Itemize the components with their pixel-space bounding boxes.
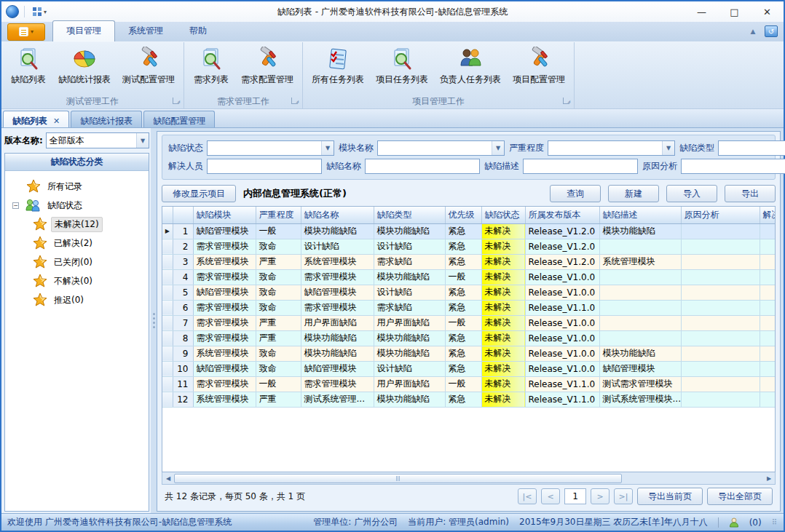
cell-type: 模块功能缺陷 bbox=[374, 223, 445, 239]
row-selector[interactable] bbox=[162, 300, 173, 315]
online-users-icon[interactable] bbox=[729, 517, 739, 528]
first-page-button[interactable]: |< bbox=[518, 488, 537, 504]
application-menu-button[interactable]: ▾ bbox=[7, 23, 45, 41]
chevron-down-icon[interactable]: ▼ bbox=[321, 141, 334, 155]
table-row[interactable]: 2需求管理模块致命设计缺陷设计缺陷紧急未解决Release_V1.2.0 bbox=[162, 239, 776, 254]
test-config-button[interactable]: 测试配置管理 bbox=[117, 44, 181, 95]
query-button[interactable]: 查询 bbox=[550, 185, 601, 202]
next-page-button[interactable]: > bbox=[591, 488, 610, 504]
ribbon-tab-project[interactable]: 项目管理 bbox=[52, 20, 115, 41]
import-button[interactable]: 导入 bbox=[666, 185, 717, 202]
scrollbar-thumb[interactable] bbox=[174, 474, 622, 483]
defect-type-select[interactable]: ▼ bbox=[718, 140, 785, 156]
export-button[interactable]: 导出 bbox=[725, 185, 776, 202]
version-select[interactable]: 全部版本 ▼ bbox=[46, 132, 149, 148]
col-defect-type[interactable]: 缺陷类型 bbox=[374, 207, 445, 223]
requirement-config-button[interactable]: 需求配置管理 bbox=[235, 44, 299, 95]
collapse-node-icon[interactable]: − bbox=[12, 202, 19, 209]
scroll-right-icon[interactable]: ▶ bbox=[763, 473, 775, 484]
tree-item-postponed[interactable]: 推迟(0) bbox=[12, 290, 146, 309]
table-row[interactable]: 7需求管理模块严重用户界面缺陷用户界面缺陷一般未解决Release_V1.0.0 bbox=[162, 315, 776, 330]
col-cause[interactable]: 原因分析 bbox=[681, 207, 760, 223]
project-config-button[interactable]: 项目配置管理 bbox=[507, 44, 571, 95]
horizontal-scrollbar[interactable]: ◀ ▶ bbox=[162, 472, 776, 485]
col-release[interactable]: 所属发布版本 bbox=[525, 207, 599, 223]
defect-list-button[interactable]: 缺陷列表 bbox=[4, 44, 52, 95]
row-selector[interactable] bbox=[162, 346, 173, 361]
page-number-input[interactable] bbox=[564, 488, 586, 504]
col-defect-desc[interactable]: 缺陷描述 bbox=[599, 207, 681, 223]
ribbon-tab-help[interactable]: 帮助 bbox=[176, 21, 220, 41]
cause-analysis-input[interactable] bbox=[681, 159, 785, 174]
resolver-input[interactable] bbox=[207, 159, 322, 174]
tree-item-unresolved[interactable]: 未解决(12) bbox=[12, 215, 146, 234]
chevron-down-icon[interactable]: ▼ bbox=[662, 141, 674, 155]
defect-status-select[interactable]: ▼ bbox=[207, 140, 334, 156]
tree-item-closed[interactable]: 已关闭(0) bbox=[12, 253, 146, 271]
table-row[interactable]: 10缺陷管理模块致命缺陷管理模块设计缺陷紧急未解决Release_V1.0.0缺… bbox=[162, 361, 776, 376]
defect-report-button[interactable]: 缺陷统计报表 bbox=[52, 44, 117, 95]
col-defect-name[interactable]: 缺陷名称 bbox=[301, 207, 374, 223]
ribbon-tab-system[interactable]: 系统管理 bbox=[115, 21, 176, 41]
requirement-list-button[interactable]: 需求列表 bbox=[187, 44, 235, 95]
table-row[interactable]: 8需求管理模块严重模块功能缺陷模块功能缺陷紧急未解决Release_V1.0.0 bbox=[162, 330, 776, 346]
severity-select[interactable]: ▼ bbox=[548, 140, 675, 156]
dialog-launcher-icon[interactable] bbox=[291, 98, 298, 104]
row-selector[interactable]: ▶ bbox=[162, 223, 173, 239]
defect-desc-input[interactable] bbox=[523, 159, 638, 174]
scroll-left-icon[interactable]: ◀ bbox=[162, 473, 174, 484]
prev-page-button[interactable]: < bbox=[541, 488, 560, 504]
row-selector[interactable] bbox=[162, 376, 173, 392]
new-button[interactable]: 新建 bbox=[608, 185, 659, 202]
doc-tab-defect-list[interactable]: 缺陷列表 ✕ bbox=[3, 111, 69, 127]
table-row[interactable]: 12系统管理模块严重测试系统管理...模块功能缺陷紧急未解决Release_V1… bbox=[162, 392, 776, 407]
table-row[interactable]: 11需求管理模块一般需求管理模块用户界面缺陷一般未解决Release_V1.1.… bbox=[162, 376, 776, 392]
module-name-select[interactable]: ▼ bbox=[377, 140, 505, 156]
dialog-launcher-icon[interactable] bbox=[563, 98, 569, 104]
table-row[interactable]: 6需求管理模块致命需求管理模块需求缺陷紧急未解决Release_V1.1.0 bbox=[162, 300, 776, 315]
all-tasks-button[interactable]: 所有任务列表 bbox=[306, 44, 370, 95]
tree-item-all-records[interactable]: 所有记录 bbox=[12, 177, 146, 196]
table-row[interactable]: 4需求管理模块致命需求管理模块模块功能缺陷一般未解决Release_V1.0.0 bbox=[162, 269, 776, 285]
owner-tasks-button[interactable]: 负责人任务列表 bbox=[434, 44, 507, 95]
row-selector[interactable] bbox=[162, 254, 173, 269]
row-selector[interactable] bbox=[162, 269, 173, 285]
table-row[interactable]: 3系统管理模块严重系统管理模块需求缺陷紧急未解决Release_V1.2.0系统… bbox=[162, 254, 776, 269]
col-priority[interactable]: 优先级 bbox=[445, 207, 481, 223]
chevron-down-icon[interactable]: ▼ bbox=[136, 133, 149, 148]
tree-item-resolved[interactable]: 已解决(2) bbox=[12, 234, 146, 253]
dialog-launcher-icon[interactable] bbox=[173, 98, 179, 104]
col-severity[interactable]: 严重程度 bbox=[256, 207, 301, 223]
close-tab-icon[interactable]: ✕ bbox=[53, 116, 60, 126]
close-button[interactable]: ✕ bbox=[751, 1, 784, 22]
project-tasks-button[interactable]: 项目任务列表 bbox=[370, 44, 434, 95]
maximize-button[interactable]: □ bbox=[718, 1, 751, 22]
chevron-down-icon[interactable]: ▼ bbox=[492, 141, 504, 155]
minimize-button[interactable]: — bbox=[685, 1, 718, 22]
modify-columns-button[interactable]: 修改显示项目 bbox=[162, 185, 236, 202]
col-defect-status[interactable]: 缺陷状态 bbox=[481, 207, 525, 223]
row-selector[interactable] bbox=[162, 392, 173, 407]
defect-name-input[interactable] bbox=[365, 159, 480, 174]
collapse-ribbon-icon[interactable]: ▲ bbox=[747, 25, 759, 37]
tree-item-wont-fix[interactable]: 不解决(0) bbox=[12, 271, 146, 290]
row-selector[interactable] bbox=[162, 285, 173, 300]
doc-tab-defect-config[interactable]: 缺陷配置管理 bbox=[143, 111, 215, 127]
export-current-page-button[interactable]: 导出当前页 bbox=[637, 488, 703, 505]
col-solution[interactable]: 解决 bbox=[760, 207, 776, 223]
row-selector[interactable] bbox=[162, 361, 173, 376]
table-row[interactable]: 5缺陷管理模块致命缺陷管理模块设计缺陷紧急未解决Release_V1.0.0 bbox=[162, 285, 776, 300]
export-all-pages-button[interactable]: 导出全部页 bbox=[707, 488, 773, 505]
row-selector[interactable] bbox=[162, 330, 173, 346]
table-row[interactable]: ▶1缺陷管理模块一般模块功能缺陷模块功能缺陷紧急未解决Release_V1.2.… bbox=[162, 223, 776, 239]
help-icon[interactable]: ↺ bbox=[765, 25, 778, 37]
row-selector[interactable] bbox=[162, 239, 173, 254]
resize-grip-icon[interactable]: ⠿ bbox=[772, 518, 778, 526]
sidebar-splitter[interactable] bbox=[151, 128, 157, 513]
last-page-button[interactable]: >| bbox=[614, 488, 633, 504]
doc-tab-defect-report[interactable]: 缺陷统计报表 bbox=[71, 111, 142, 127]
tree-item-defect-status[interactable]: − 缺陷状态 bbox=[12, 196, 146, 215]
table-row[interactable]: 9系统管理模块致命模块功能缺陷模块功能缺陷紧急未解决Release_V1.0.0… bbox=[162, 346, 776, 361]
row-selector[interactable] bbox=[162, 315, 173, 330]
col-defect-module[interactable]: 缺陷模块 bbox=[193, 207, 256, 223]
